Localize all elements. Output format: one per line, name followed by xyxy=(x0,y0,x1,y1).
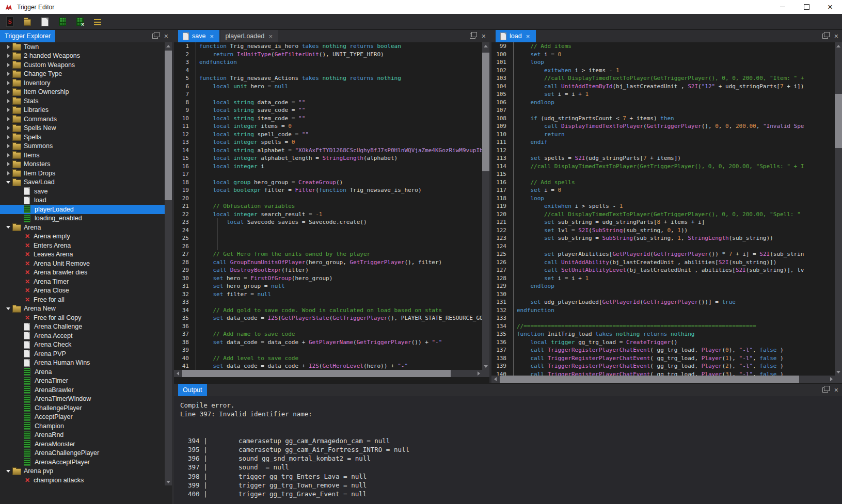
collapse-icon[interactable] xyxy=(4,307,12,310)
explorer-scroll-thumb[interactable] xyxy=(165,51,172,200)
tab-load[interactable]: load xyxy=(496,30,536,42)
tab-save[interactable]: save xyxy=(178,30,219,42)
tree-item-enters-arena[interactable]: Enters Arena xyxy=(0,241,165,250)
close-panel-icon[interactable] xyxy=(164,31,168,41)
expand-icon[interactable] xyxy=(4,99,12,103)
expand-icon[interactable] xyxy=(4,63,12,67)
tree-item-spells-new[interactable]: Spells New xyxy=(0,124,165,133)
close-tab-icon[interactable] xyxy=(209,33,215,40)
float-panel-icon[interactable] xyxy=(470,34,475,39)
tree-item-save-load[interactable]: Save/Load xyxy=(0,178,165,187)
output-console[interactable]: Compile error.Line 397: Invalid identifi… xyxy=(174,396,842,504)
close-panel-icon[interactable] xyxy=(834,385,838,395)
convert-script-button[interactable] xyxy=(73,15,87,28)
variables-button[interactable] xyxy=(56,15,69,28)
tree-item-arenarnd[interactable]: ArenaRnd xyxy=(0,431,165,440)
collapse-icon[interactable] xyxy=(4,181,12,184)
tree-item-free-for-all-copy[interactable]: Free for all Copy xyxy=(0,313,165,322)
tree-item-arena-brawler-dies[interactable]: Arena brawler dies xyxy=(0,268,165,278)
scroll-up-icon[interactable] xyxy=(835,42,842,50)
tree-item-commands[interactable]: Commands xyxy=(0,115,165,124)
tree-item-items[interactable]: Items xyxy=(0,151,165,160)
tree-item-free-for-all[interactable]: Free for all xyxy=(0,295,165,304)
scroll-left-icon[interactable] xyxy=(491,376,499,383)
scroll-right-icon[interactable] xyxy=(475,370,482,377)
float-panel-icon[interactable] xyxy=(152,34,158,39)
tree-item-arenabrawler[interactable]: ArenaBrawler xyxy=(0,385,165,395)
scroll-up-icon[interactable] xyxy=(165,42,172,50)
tree-item-arena[interactable]: Arena xyxy=(0,223,165,232)
expand-icon[interactable] xyxy=(4,90,12,94)
float-panel-icon[interactable] xyxy=(822,34,828,39)
tree-item-arenatimerwindow[interactable]: ArenaTimerWindow xyxy=(0,395,165,404)
tree-item-arenatimer[interactable]: ArenaTimer xyxy=(0,377,165,386)
tree-item-challengeplayer[interactable]: ChallengePlayer xyxy=(0,403,165,413)
code-editor-save[interactable]: 1234567891011121314151617181920212223242… xyxy=(174,42,482,370)
tree-item-arena[interactable]: Arena xyxy=(0,367,165,377)
tree-item-arena-pvp[interactable]: Arena pvp xyxy=(0,467,165,476)
close-tab-icon[interactable] xyxy=(525,33,531,40)
new-category-button[interactable] xyxy=(21,15,34,28)
tree-item-spells[interactable]: Spells xyxy=(0,133,165,142)
editor-vscrollbar[interactable] xyxy=(482,42,489,370)
code-editor-load[interactable]: 9910010110210310410510610710810911011111… xyxy=(491,42,835,376)
scroll-thumb[interactable] xyxy=(182,370,451,377)
expand-icon[interactable] xyxy=(4,72,12,76)
tree-item-arenamonster[interactable]: ArenaMonster xyxy=(0,440,165,449)
tree-item-inventory[interactable]: Inventory xyxy=(0,78,165,88)
close-tab-icon[interactable] xyxy=(267,33,274,40)
trigger-explorer-tab[interactable]: Trigger Explorer xyxy=(0,30,55,42)
scroll-up-icon[interactable] xyxy=(482,42,489,50)
tree-item-arena-check[interactable]: Arena Check xyxy=(0,340,165,350)
tree-item-change-type[interactable]: Change Type xyxy=(0,70,165,79)
expand-icon[interactable] xyxy=(4,171,12,175)
close-button[interactable] xyxy=(818,0,842,14)
tree-item-champion[interactable]: Champion xyxy=(0,421,165,431)
tree-item-champion-attacks[interactable]: champion attacks xyxy=(0,476,165,485)
tree-item-summons[interactable]: Summons xyxy=(0,142,165,151)
tree-item-save[interactable]: save xyxy=(0,187,165,196)
syntax-tool-button[interactable] xyxy=(3,15,17,28)
editor-hscrollbar[interactable] xyxy=(174,370,482,377)
tree-item-arena-pvp[interactable]: Arena PVP xyxy=(0,349,165,359)
minimize-button[interactable] xyxy=(771,0,795,14)
tree-item-monsters[interactable]: Monsters xyxy=(0,160,165,169)
tree-item-arena-challenge[interactable]: Arena Challenge xyxy=(0,322,165,332)
tree-item-arena-accept[interactable]: Arena Accept xyxy=(0,331,165,340)
maximize-button[interactable] xyxy=(795,0,818,14)
expand-icon[interactable] xyxy=(4,153,12,157)
editor-vscrollbar[interactable] xyxy=(835,42,842,376)
tree-item-item-ownership[interactable]: Item Ownership xyxy=(0,88,165,97)
expand-icon[interactable] xyxy=(4,81,12,85)
tree-item-arenaacceptplayer[interactable]: ArenaAcceptPlayer xyxy=(0,458,165,467)
expand-icon[interactable] xyxy=(4,144,12,148)
tree-item-leaves-arena[interactable]: Leaves Arena xyxy=(0,250,165,259)
tree-item-load[interactable]: load xyxy=(0,196,165,205)
scroll-left-icon[interactable] xyxy=(174,370,181,377)
expand-icon[interactable] xyxy=(4,126,12,130)
expand-icon[interactable] xyxy=(4,45,12,49)
tree-item-stats[interactable]: Stats xyxy=(0,96,165,106)
tree-item-arena-unit-remove[interactable]: Arena Unit Remove xyxy=(0,259,165,268)
scroll-down-icon[interactable] xyxy=(482,363,489,370)
expand-icon[interactable] xyxy=(4,162,12,166)
expand-icon[interactable] xyxy=(4,54,12,58)
tree-item-arena-empty[interactable]: Arena empty xyxy=(0,232,165,241)
tree-item-item-drops[interactable]: Item Drops xyxy=(0,169,165,178)
tree-item-arena-human-wins[interactable]: Arena Human Wins xyxy=(0,359,165,368)
tree-item-arena-close[interactable]: Arena Close xyxy=(0,286,165,296)
expand-icon[interactable] xyxy=(4,108,12,112)
scroll-down-icon[interactable] xyxy=(835,368,842,376)
editor-hscrollbar[interactable] xyxy=(491,376,835,383)
tab-playerloaded[interactable]: playerLoaded xyxy=(220,30,278,42)
collapse-icon[interactable] xyxy=(4,470,12,473)
tree-item-playerloaded[interactable]: playerLoaded xyxy=(0,205,165,214)
tree-item-loading-enabled[interactable]: loading_enabled xyxy=(0,214,165,223)
float-panel-icon[interactable] xyxy=(822,387,828,393)
scroll-thumb[interactable] xyxy=(500,376,799,383)
tree-item-arena-new[interactable]: Arena New xyxy=(0,304,165,314)
trigger-list-button[interactable] xyxy=(91,15,104,28)
explorer-scrollbar[interactable] xyxy=(165,42,172,485)
tree-item-2-handed-weapons[interactable]: 2-handed Weapons xyxy=(0,52,165,61)
tree-item-arena-timer[interactable]: Arena Timer xyxy=(0,277,165,286)
